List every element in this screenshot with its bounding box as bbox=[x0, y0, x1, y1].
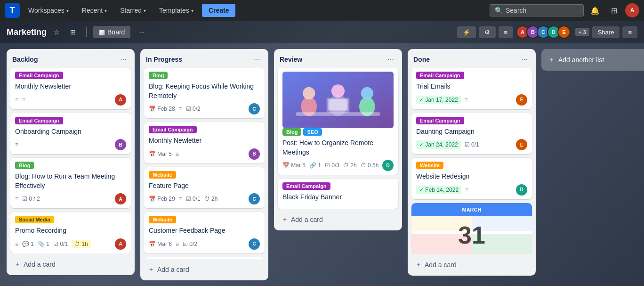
starred-chevron-icon: ▾ bbox=[144, 8, 146, 13]
card-footer: ✓ Jan 17, 2022 ≡ E bbox=[416, 94, 527, 106]
card-avatar: E bbox=[516, 94, 527, 106]
card-avatar: A bbox=[115, 238, 126, 250]
card-meta: ✓ Jan 24, 2022 ☑ 0/1 bbox=[416, 140, 479, 149]
member-avatar-5[interactable]: E bbox=[557, 25, 571, 39]
card-promo-recording[interactable]: Social Media Promo Recording ≡ 💬 1 📎 1 ☑… bbox=[10, 212, 131, 253]
share-button[interactable]: Share bbox=[592, 26, 620, 38]
add-card-backlog[interactable]: ＋ Add a card bbox=[10, 257, 131, 271]
list-title-done: Done bbox=[413, 56, 430, 63]
card-tags: Website bbox=[149, 216, 260, 223]
date-item: ✓ Jan 17, 2022 bbox=[416, 96, 461, 104]
card-footer: 📅 Mar 5 🔗 1 ☑ 0/3 ⏱ 2h ⏱ 0.5h D bbox=[282, 160, 394, 171]
card-title: Promo Recording bbox=[15, 226, 126, 236]
card-customer-feedback[interactable]: Website Customer Feedback Page 📅 Mar 6 ≡… bbox=[144, 212, 265, 253]
card-title: Trial Emails bbox=[416, 82, 527, 91]
templates-button[interactable]: Templates ▾ bbox=[154, 5, 198, 16]
card-trial-emails[interactable]: Email Campaign Trial Emails ✓ Jan 17, 20… bbox=[411, 68, 532, 109]
card-calendar[interactable]: MARCH 31 bbox=[411, 203, 532, 254]
starred-button[interactable]: Starred ▾ bbox=[115, 5, 151, 16]
card-monthly-newsletter[interactable]: Email Campaign Monthly Newsletter ≡ ≡ A bbox=[10, 68, 131, 109]
avatar: C bbox=[249, 103, 260, 114]
card-monthly-newletter[interactable]: Email Campaign Monthly Newletter 📅 Mar 5… bbox=[144, 122, 265, 163]
card-blog-team-meeting[interactable]: Blog Blog: How to Run a Team Meeting Eff… bbox=[10, 158, 131, 208]
add-list-button[interactable]: ＋ Add another list bbox=[541, 49, 644, 71]
customize-button[interactable]: ··· bbox=[135, 26, 148, 38]
filter-button[interactable]: ≡ bbox=[499, 26, 514, 38]
time-item-2: ⏱ 0.5h bbox=[361, 162, 379, 169]
tag-website: Website bbox=[149, 171, 176, 179]
card-avatar: E bbox=[516, 139, 527, 150]
board-title: Marketing bbox=[7, 27, 47, 37]
card-footer: ✓ Jan 24, 2022 ☑ 0/1 E bbox=[416, 139, 527, 150]
card-black-friday-banner[interactable]: Email Campaign Black Friday Banner bbox=[278, 179, 398, 209]
tag-blog: Blog bbox=[282, 128, 301, 136]
card-footer: ≡ 💬 1 📎 1 ☑ 0/1 ⏱ 1h A bbox=[15, 238, 126, 250]
tag-social-media: Social Media bbox=[15, 216, 54, 223]
date-item: 📅 Mar 5 bbox=[149, 151, 172, 157]
card-title: Black Friday Banner bbox=[282, 193, 394, 202]
add-card-review[interactable]: ＋ Add a card bbox=[278, 212, 398, 227]
list-review: Review ··· bbox=[274, 49, 402, 230]
workspaces-chevron-icon: ▾ bbox=[66, 8, 69, 13]
card-blog-focus[interactable]: Blog Blog: Keeping Focus While Working R… bbox=[144, 68, 265, 118]
workspace-button[interactable]: ⊞ bbox=[66, 26, 80, 38]
time-item-1: ⏱ 2h bbox=[343, 162, 357, 169]
list-cards-review: Blog SEO Post: How to Organize Remote Me… bbox=[274, 68, 402, 209]
date-item: 📅 Mar 5 bbox=[282, 162, 306, 169]
list-header-done: Done ··· bbox=[408, 49, 536, 68]
date-item: 📅 Feb 28 bbox=[149, 106, 175, 112]
recent-button[interactable]: Recent ▾ bbox=[77, 5, 112, 16]
card-avatar: C bbox=[249, 193, 260, 204]
avatar: B bbox=[249, 148, 260, 160]
card-footer: 📅 Feb 29 ≡ ☑ 0/1 ⏱ 2h C bbox=[149, 193, 260, 204]
calendar-month-label: MARCH bbox=[462, 207, 482, 212]
open-button[interactable]: ⊞ bbox=[606, 3, 621, 18]
list-menu-inprogress[interactable]: ··· bbox=[251, 54, 263, 65]
list-done: Done ··· Email Campaign Trial Emails ✓ J… bbox=[408, 49, 536, 276]
list-header-review: Review ··· bbox=[274, 49, 402, 68]
add-card-done[interactable]: ＋ Add a card bbox=[411, 258, 532, 272]
card-tags: Email Campaign bbox=[149, 126, 260, 133]
list-menu-review[interactable]: ··· bbox=[385, 54, 396, 65]
card-feature-page[interactable]: Website Feature Page 📅 Feb 29 ≡ ☑ 0/1 ⏱ … bbox=[144, 167, 265, 209]
list-title-review: Review bbox=[280, 56, 302, 63]
comment-item: 💬 1 bbox=[22, 241, 34, 247]
card-avatar: A bbox=[115, 94, 126, 106]
card-tags: Email Campaign bbox=[416, 117, 527, 124]
user-avatar[interactable]: A bbox=[625, 3, 639, 17]
notifications-button[interactable]: 🔔 bbox=[588, 3, 603, 18]
card-daunting-campaign[interactable]: Email Campaign Daunting Campaign ✓ Jan 2… bbox=[411, 113, 532, 155]
card-footer: ✓ Feb 14, 2022 ≡ D bbox=[416, 184, 527, 196]
card-remote-meetings[interactable]: Blog SEO Post: How to Organize Remote Me… bbox=[278, 68, 398, 175]
app-logo[interactable]: T bbox=[5, 3, 20, 18]
show-menu-button[interactable]: ≡ bbox=[622, 26, 637, 38]
star-button[interactable]: ☆ bbox=[51, 26, 62, 39]
bars-icon-2: ≡ bbox=[22, 97, 25, 103]
list-menu-done[interactable]: ··· bbox=[519, 54, 530, 65]
list-menu-backlog[interactable]: ··· bbox=[118, 54, 129, 65]
bars-icon: ≡ bbox=[176, 151, 179, 157]
checklist-item: ☑ 0/1 bbox=[465, 141, 479, 148]
automation-button[interactable]: ⚙ bbox=[479, 26, 496, 38]
card-website-redesign[interactable]: Website Website Redesign ✓ Feb 14, 2022 … bbox=[411, 158, 532, 199]
avatar: A bbox=[115, 238, 126, 250]
workspaces-label: Workspaces bbox=[28, 7, 64, 14]
card-avatar: B bbox=[115, 139, 126, 150]
checklist-item: ☑ 0/2 bbox=[183, 241, 197, 247]
checklist-item: ☑ 0/1 bbox=[186, 196, 201, 202]
list-inprogress: In Progress ··· Blog Blog: Keeping Focus… bbox=[140, 49, 268, 280]
create-button[interactable]: Create bbox=[202, 4, 236, 17]
add-card-inprogress[interactable]: ＋ Add a card bbox=[144, 262, 265, 277]
list-footer-inprogress: ＋ Add a card bbox=[140, 259, 268, 280]
card-tags: Email Campaign bbox=[416, 72, 527, 79]
list-footer-backlog: ＋ Add a card bbox=[7, 253, 135, 275]
workspaces-button[interactable]: Workspaces ▾ bbox=[24, 5, 73, 16]
board-view-button[interactable]: ▦ Board bbox=[93, 26, 130, 38]
power-ups-button[interactable]: ⚡ bbox=[457, 26, 476, 38]
card-meta: ≡ 💬 1 📎 1 ☑ 0/1 ⏱ 1h bbox=[15, 240, 91, 248]
card-onboarding-campaign[interactable]: Email Campaign Onboarding Campaign ≡ B bbox=[10, 113, 131, 155]
avatar: D bbox=[382, 160, 394, 171]
search-bar[interactable]: 🔍 Search bbox=[490, 4, 584, 16]
list-title-backlog: Backlog bbox=[12, 56, 38, 63]
bars-icon: ≡ bbox=[179, 106, 182, 112]
